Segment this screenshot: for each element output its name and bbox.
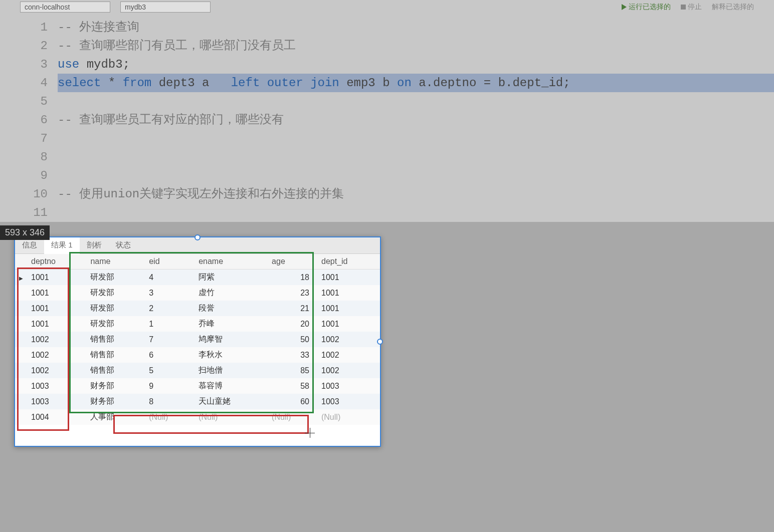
cell-deptno[interactable]: 1001	[27, 270, 86, 286]
stop-button[interactable]: 停止	[681, 3, 702, 12]
resize-handle-top[interactable]	[195, 234, 201, 240]
cell-ename[interactable]: 扫地僧	[195, 363, 268, 378]
cell-age[interactable]: (Null)	[268, 409, 317, 425]
code-line[interactable]: select * from dept3 a left outer join em…	[58, 74, 774, 92]
code-line[interactable]	[58, 166, 774, 185]
cell-ename[interactable]: 慕容博	[195, 378, 268, 394]
cell-ename[interactable]: 虚竹	[195, 285, 268, 301]
tab-status[interactable]: 状态	[109, 237, 138, 253]
cell-deptno[interactable]: 1002	[27, 347, 86, 363]
tab-profile[interactable]: 剖析	[80, 237, 109, 253]
column-header-eid[interactable]: eid	[145, 254, 195, 270]
code-line[interactable]	[58, 92, 774, 111]
database-dropdown[interactable]: mydb3	[120, 2, 211, 13]
code-line[interactable]	[58, 148, 774, 166]
cell-eid[interactable]: 4	[145, 270, 195, 286]
table-row[interactable]: 1001研发部2段誉211001	[15, 301, 380, 316]
cell-deptno[interactable]: 1004	[27, 409, 86, 425]
explain-button[interactable]: 解释已选择的	[712, 3, 754, 12]
cell-age[interactable]: 58	[268, 378, 317, 394]
cell-ename[interactable]: 段誉	[195, 301, 268, 316]
cell-age[interactable]: 18	[268, 270, 317, 286]
cell-dept_id[interactable]: 1003	[317, 394, 380, 409]
run-button[interactable]: 运行已选择的	[622, 3, 671, 12]
column-header-age[interactable]: age	[268, 254, 317, 270]
cell-name[interactable]: 销售部	[86, 363, 145, 378]
cell-age[interactable]: 21	[268, 301, 317, 316]
cell-ename[interactable]: 阿紫	[195, 270, 268, 286]
cell-dept_id[interactable]: 1003	[317, 378, 380, 394]
code-line[interactable]: -- 查询哪些员工有对应的部门，哪些没有	[58, 111, 774, 129]
cell-eid[interactable]: 8	[145, 394, 195, 409]
cell-eid[interactable]: 7	[145, 332, 195, 347]
cell-name[interactable]: 财务部	[86, 394, 145, 409]
cell-deptno[interactable]: 1001	[27, 301, 86, 316]
table-row[interactable]: 1003财务部9慕容博581003	[15, 378, 380, 394]
cell-dept_id[interactable]: 1001	[317, 301, 380, 316]
column-header-ename[interactable]: ename	[195, 254, 268, 270]
cell-name[interactable]: 财务部	[86, 378, 145, 394]
column-header-dept_id[interactable]: dept_id	[317, 254, 380, 270]
code-area[interactable]: -- 外连接查询-- 查询哪些部门有员工，哪些部门没有员工use mydb3;s…	[58, 18, 774, 222]
cell-deptno[interactable]: 1002	[27, 363, 86, 378]
cell-ename[interactable]: 天山童姥	[195, 394, 268, 409]
cell-deptno[interactable]: 1003	[27, 394, 86, 409]
cell-ename[interactable]: 乔峰	[195, 316, 268, 332]
table-row[interactable]: 1004人事部(Null)(Null)(Null)(Null)	[15, 409, 380, 425]
cell-dept_id[interactable]: 1001	[317, 285, 380, 301]
cell-dept_id[interactable]: 1002	[317, 363, 380, 378]
cell-name[interactable]: 人事部	[86, 409, 145, 425]
column-header-name[interactable]: name	[86, 254, 145, 270]
table-row[interactable]: 1002销售部6李秋水331002	[15, 347, 380, 363]
cell-deptno[interactable]: 1001	[27, 285, 86, 301]
code-line[interactable]	[58, 203, 774, 222]
code-line[interactable]: -- 外连接查询	[58, 18, 774, 37]
code-line[interactable]: use mydb3;	[58, 55, 774, 74]
cell-age[interactable]: 23	[268, 285, 317, 301]
resize-handle-right[interactable]	[377, 339, 383, 345]
cell-eid[interactable]: 2	[145, 301, 195, 316]
cell-eid[interactable]: 5	[145, 363, 195, 378]
cell-deptno[interactable]: 1003	[27, 378, 86, 394]
cell-eid[interactable]: 9	[145, 378, 195, 394]
cell-age[interactable]: 33	[268, 347, 317, 363]
code-line[interactable]	[58, 129, 774, 148]
cell-dept_id[interactable]: 1002	[317, 332, 380, 347]
cell-dept_id[interactable]: 1001	[317, 316, 380, 332]
cell-eid[interactable]: 6	[145, 347, 195, 363]
code-line[interactable]: -- 使用union关键字实现左外连接和右外连接的并集	[58, 185, 774, 203]
cell-name[interactable]: 研发部	[86, 316, 145, 332]
cell-dept_id[interactable]: 1001	[317, 270, 380, 286]
column-header-deptno[interactable]: deptno	[27, 254, 86, 270]
table-row[interactable]: 1001研发部1乔峰201001	[15, 316, 380, 332]
row-marker	[15, 270, 27, 286]
connection-dropdown[interactable]: conn-localhost	[20, 2, 110, 13]
cell-dept_id[interactable]: 1002	[317, 347, 380, 363]
cell-name[interactable]: 销售部	[86, 347, 145, 363]
table-row[interactable]: 1003财务部8天山童姥601003	[15, 394, 380, 409]
cell-dept_id[interactable]: (Null)	[317, 409, 380, 425]
cell-eid[interactable]: 3	[145, 285, 195, 301]
cell-name[interactable]: 研发部	[86, 301, 145, 316]
cell-eid[interactable]: (Null)	[145, 409, 195, 425]
result-grid[interactable]: deptnonameeidenameagedept_id 1001研发部4阿紫1…	[15, 254, 380, 425]
cell-ename[interactable]: 鸠摩智	[195, 332, 268, 347]
cell-name[interactable]: 研发部	[86, 270, 145, 286]
cell-deptno[interactable]: 1001	[27, 316, 86, 332]
cell-ename[interactable]: (Null)	[195, 409, 268, 425]
table-row[interactable]: 1002销售部5扫地僧851002	[15, 363, 380, 378]
cell-name[interactable]: 销售部	[86, 332, 145, 347]
sql-editor[interactable]: 1234567891011 -- 外连接查询-- 查询哪些部门有员工，哪些部门没…	[0, 14, 774, 222]
cell-name[interactable]: 研发部	[86, 285, 145, 301]
cell-eid[interactable]: 1	[145, 316, 195, 332]
cell-deptno[interactable]: 1002	[27, 332, 86, 347]
cell-age[interactable]: 50	[268, 332, 317, 347]
table-row[interactable]: 1002销售部7鸠摩智501002	[15, 332, 380, 347]
cell-age[interactable]: 60	[268, 394, 317, 409]
cell-ename[interactable]: 李秋水	[195, 347, 268, 363]
cell-age[interactable]: 20	[268, 316, 317, 332]
table-row[interactable]: 1001研发部3虚竹231001	[15, 285, 380, 301]
code-line[interactable]: -- 查询哪些部门有员工，哪些部门没有员工	[58, 37, 774, 55]
table-row[interactable]: 1001研发部4阿紫181001	[15, 270, 380, 286]
cell-age[interactable]: 85	[268, 363, 317, 378]
